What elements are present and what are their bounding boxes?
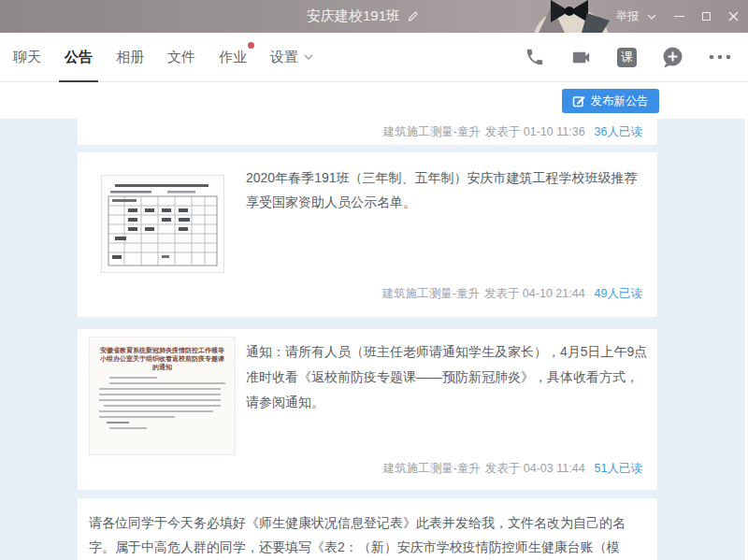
document-title: 安徽省教育系统新冠肺炎疫情防控工作领导小组办公室关于组织收看返校前防疫专题课的通… (99, 346, 225, 371)
close-button[interactable] (728, 11, 739, 22)
document-thumbnail: 安徽省教育系统新冠肺炎疫情防控工作领导小组办公室关于组织收看返校前防疫专题课的通… (89, 337, 236, 455)
tab-homework[interactable]: 作业 (219, 33, 247, 82)
read-count-link[interactable]: 51人已读 (595, 461, 642, 477)
window-titlebar: 安庆建校191班 举报 (0, 0, 748, 33)
lesson-icon[interactable]: 课 (617, 48, 637, 67)
announcement-card[interactable]: 2020年春季191班（三年制、五年制）安庆市建筑工程学校班级推荐享受国家资助人… (78, 152, 657, 317)
add-app-icon[interactable] (662, 47, 683, 68)
announcement-list: 建筑施工测量-童升 发表于 01-10 11:36 36人已读 (0, 119, 748, 560)
chevron-down-icon (304, 54, 313, 60)
read-count-link[interactable]: 36人已读 (595, 124, 642, 140)
edit-title-icon[interactable] (407, 10, 419, 22)
announcement-toolbar: 发布新公告 (0, 82, 748, 119)
minimize-button[interactable] (674, 16, 684, 17)
table-thumbnail (101, 175, 224, 273)
maximize-button[interactable] (702, 12, 711, 21)
tab-announcements[interactable]: 公告 (65, 33, 93, 82)
announcement-text: 通知：请所有人员（班主任老师请通知学生及家长），4月5日上午9点准时收看《返校前… (246, 339, 648, 415)
announcement-card[interactable]: 建筑施工测量-童升 发表于 01-10 11:36 36人已读 (78, 119, 657, 145)
video-call-icon[interactable] (570, 47, 592, 68)
scrollbar[interactable] (743, 119, 748, 560)
chevron-down-icon (647, 14, 656, 20)
announcement-meta: 建筑施工测量-童升 发表于 01-10 11:36 (383, 124, 585, 140)
announcement-text: 2020年春季191班（三年制、五年制）安庆市建筑工程学校班级推荐享受国家资助人… (246, 165, 648, 214)
tab-files[interactable]: 文件 (167, 33, 195, 82)
tab-album[interactable]: 相册 (116, 33, 144, 82)
publish-announcement-button[interactable]: 发布新公告 (562, 89, 660, 113)
announcement-meta: 建筑施工测量-童升 发表于 04-10 21:44 (382, 286, 585, 302)
window-title: 安庆建校191班 (307, 7, 400, 25)
tab-bar: 聊天 公告 相册 文件 作业 设置 课 (0, 33, 748, 82)
read-count-link[interactable]: 49人已读 (595, 286, 642, 302)
announcement-text: 请各位同学于今天务必填好《师生健康状况信息登记表》此表并发给我，文件名改为自己的… (89, 510, 644, 560)
tab-chat[interactable]: 聊天 (13, 33, 41, 82)
announcement-card[interactable]: 安徽省教育系统新冠肺炎疫情防控工作领导小组办公室关于组织收看返校前防疫专题课的通… (78, 329, 657, 490)
voice-call-icon[interactable] (525, 47, 545, 67)
report-button[interactable]: 举报 (616, 8, 656, 24)
compose-icon (572, 94, 585, 108)
announcement-meta: 建筑施工测量-童升 发表于 04-03 11:44 (383, 461, 585, 477)
homework-badge-dot (248, 42, 254, 49)
announcement-card[interactable]: 请各位同学于今天务必填好《师生健康状况信息登记表》此表并发给我，文件名改为自己的… (78, 498, 657, 560)
more-options-icon[interactable] (709, 54, 731, 60)
tab-settings[interactable]: 设置 (270, 33, 313, 82)
